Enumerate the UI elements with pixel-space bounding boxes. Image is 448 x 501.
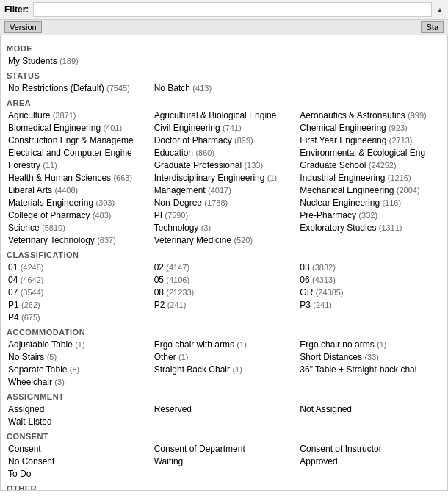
list-item[interactable]: Forestry (11) xyxy=(7,159,150,171)
sta-button[interactable]: Sta xyxy=(421,21,444,33)
list-item[interactable]: Interdisciplinary Engineering (1) xyxy=(153,172,296,184)
list-item[interactable]: Veterinary Technology (637) xyxy=(7,234,150,246)
filter-bar: Filter: ▲ xyxy=(0,0,448,20)
list-item[interactable]: 07 (3544) xyxy=(7,286,150,298)
list-item[interactable]: Education (860) xyxy=(153,147,296,159)
assignment-section-header: Assignment xyxy=(7,392,441,401)
list-item[interactable]: 06 (4313) xyxy=(298,274,441,286)
list-item[interactable]: Approved xyxy=(298,455,441,467)
area-section-header: Area xyxy=(7,98,441,107)
filter-input[interactable] xyxy=(33,2,432,17)
list-item[interactable]: Nuclear Engineering (116) xyxy=(298,197,441,209)
area-grid: Agriculture (3871) Agricultural & Biolog… xyxy=(7,109,441,246)
list-item[interactable]: No Stairs (5) xyxy=(7,351,150,363)
list-item[interactable]: Aeronautics & Astronautics (999) xyxy=(298,109,441,121)
accommodation-section-header: Accommodation xyxy=(7,328,441,336)
list-item[interactable]: P3 (241) xyxy=(298,299,441,311)
list-item[interactable]: Management (4017) xyxy=(153,184,296,196)
list-item[interactable]: Non-Degree (1788) xyxy=(153,197,296,209)
list-item[interactable]: Short Distances (33) xyxy=(298,351,441,363)
list-item[interactable]: Wait-Listed xyxy=(7,416,150,428)
list-item[interactable]: No Restrictions (Default) (7545) xyxy=(7,82,150,94)
mode-item-label: My Students xyxy=(8,56,59,66)
list-item[interactable]: Materials Engineering (303) xyxy=(7,197,150,209)
filter-label: Filter: xyxy=(4,4,29,15)
status-section-header: Status xyxy=(7,71,441,80)
list-item[interactable]: P4 (675) xyxy=(7,311,150,323)
list-item[interactable]: Science (5810) xyxy=(7,222,150,234)
list-item[interactable]: P1 (262) xyxy=(7,299,150,311)
list-item[interactable]: Agriculture (3871) xyxy=(7,109,150,121)
other-section-header: Other xyxy=(7,484,441,491)
list-item[interactable]: Separate Table (8) xyxy=(7,364,150,375)
list-item[interactable]: Veterinary Medicine (520) xyxy=(153,234,296,246)
list-item[interactable]: Exploratory Studies (1311) xyxy=(298,222,441,234)
list-item[interactable]: GR (24385) xyxy=(298,286,441,298)
accommodation-grid: Adjustable Table (1) Ergo chair with arm… xyxy=(7,339,441,388)
list-item[interactable]: Doctor of Pharmacy (899) xyxy=(153,134,296,146)
list-item[interactable]: Environmental & Ecological Eng xyxy=(298,147,441,159)
list-item[interactable]: Industrial Engineering (1216) xyxy=(298,172,441,184)
list-item[interactable]: Liberal Arts (4408) xyxy=(7,184,150,196)
assignment-grid: Assigned Reserved Not Assigned Wait-List… xyxy=(7,403,441,428)
list-item[interactable]: No Consent xyxy=(7,455,150,467)
list-item[interactable]: P2 (241) xyxy=(153,299,296,311)
list-item[interactable]: Mechanical Engineering (2004) xyxy=(298,184,441,196)
status-grid: No Restrictions (Default) (7545) No Batc… xyxy=(7,82,441,94)
list-item[interactable]: 02 (4147) xyxy=(153,262,296,273)
list-item[interactable]: Biomedical Engineering (401) xyxy=(7,122,150,134)
list-item[interactable]: Graduate School (24252) xyxy=(298,159,441,171)
list-item[interactable]: Construction Engr & Manageme xyxy=(7,134,150,146)
list-item[interactable]: 04 (4642) xyxy=(7,274,150,286)
filter-arrow-button[interactable]: ▲ xyxy=(436,6,444,14)
list-item[interactable]: Consent xyxy=(7,443,150,455)
list-item[interactable]: Graduate Professional (133) xyxy=(153,159,296,171)
list-item[interactable]: My Students (189) xyxy=(7,55,150,67)
list-item[interactable]: Chemical Engineering (923) xyxy=(298,122,441,134)
dropdown-panel: Mode My Students (189) Status No Restric… xyxy=(0,35,448,491)
list-item[interactable]: 03 (3832) xyxy=(298,262,441,273)
list-item[interactable]: Electrical and Computer Engine xyxy=(7,147,150,159)
list-item[interactable]: 01 (4248) xyxy=(7,262,150,273)
classification-grid: 01 (4248) 02 (4147) 03 (3832) 04 (4642) … xyxy=(7,262,441,323)
list-item[interactable]: To Do xyxy=(7,468,150,480)
consent-section-header: Consent xyxy=(7,432,441,441)
list-item[interactable]: 05 (4106) xyxy=(153,274,296,286)
list-item[interactable]: Waiting xyxy=(153,455,296,467)
list-item[interactable]: 36" Table + Straight-back chai xyxy=(298,364,441,375)
list-item[interactable]: Civil Engineering (741) xyxy=(153,122,296,134)
version-button[interactable]: Version xyxy=(4,21,42,33)
list-item[interactable]: Wheelchair (3) xyxy=(7,376,150,388)
list-item[interactable]: 08 (21233) xyxy=(153,286,296,298)
list-item[interactable]: First Year Engineering (2713) xyxy=(298,134,441,146)
list-item[interactable]: Consent of Department xyxy=(153,443,296,455)
list-item[interactable]: Health & Human Sciences (663) xyxy=(7,172,150,184)
consent-grid: Consent Consent of Department Consent of… xyxy=(7,443,441,480)
list-item[interactable]: Straight Back Chair (1) xyxy=(153,364,296,375)
list-item[interactable]: Agricultural & Biological Engine xyxy=(153,109,296,121)
list-item[interactable]: Ergo chair no arms (1) xyxy=(298,339,441,350)
list-item[interactable]: Ergo chair with arms (1) xyxy=(153,339,296,350)
list-item[interactable]: Pre-Pharmacy (332) xyxy=(298,209,441,221)
list-item[interactable]: Assigned xyxy=(7,403,150,415)
list-item[interactable]: No Batch (413) xyxy=(153,82,296,94)
classification-section-header: Classification xyxy=(7,250,441,259)
mode-section-header: Mode xyxy=(7,44,441,53)
list-item[interactable]: PI (7590) xyxy=(153,209,296,221)
list-item[interactable]: Reserved xyxy=(153,403,296,415)
top-bar: Version Sta xyxy=(0,20,448,35)
list-item[interactable]: Consent of Instructor xyxy=(298,443,441,455)
mode-grid: My Students (189) xyxy=(7,55,441,67)
list-item[interactable]: Other (1) xyxy=(153,351,296,363)
list-item[interactable]: Adjustable Table (1) xyxy=(7,339,150,350)
list-item[interactable]: Technology (3) xyxy=(153,222,296,234)
list-item[interactable]: College of Pharmacy (483) xyxy=(7,209,150,221)
list-item[interactable]: Not Assigned xyxy=(298,403,441,415)
